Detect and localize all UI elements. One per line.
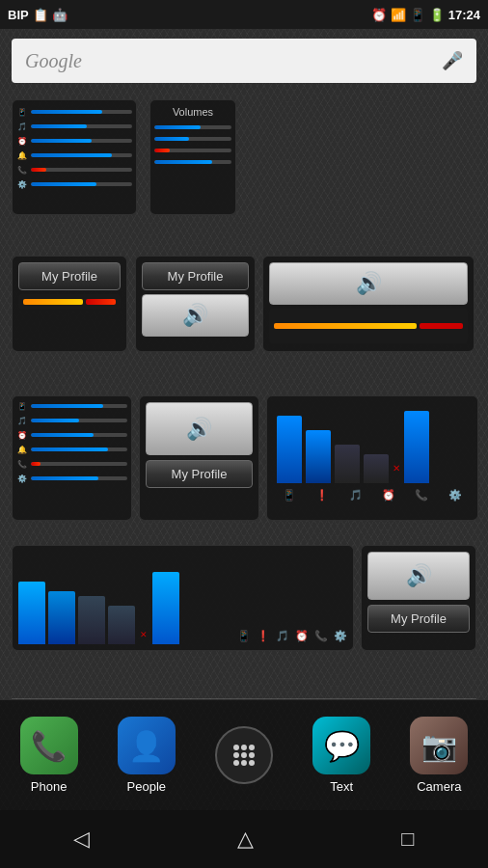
phone-icon-glyph: 📞: [31, 729, 67, 763]
vlabel-track-2[interactable]: [154, 137, 231, 141]
text-app-label: Text: [330, 779, 353, 794]
search-bar[interactable]: Google 🎤: [12, 39, 476, 83]
camera-app-label: Camera: [417, 779, 461, 794]
my-profile-button-8[interactable]: My Profile: [367, 605, 470, 633]
bar-chart-icon-row: 📱 ❗ 🎵 ⏰ 📞 ⚙️: [273, 487, 472, 503]
recents-button[interactable]: □: [401, 827, 414, 852]
vol-track-5[interactable]: [31, 168, 132, 172]
vlabel-track-3[interactable]: [154, 149, 231, 152]
mpw3-inner: 🔊: [269, 262, 468, 345]
svg-point-8: [249, 760, 255, 766]
speaker-icon-8: 🔊: [406, 563, 432, 588]
med-track-5[interactable]: [31, 462, 127, 466]
med-vol-row-1: 📱: [16, 400, 127, 412]
wide-bars: ✕: [18, 567, 233, 644]
music-vol-icon: 🎵: [16, 122, 28, 131]
med-track-2[interactable]: [31, 419, 127, 422]
sound-button-3[interactable]: 🔊: [269, 262, 468, 305]
phone-app-icon: 📞: [20, 717, 78, 774]
vol-track-2[interactable]: [31, 124, 132, 128]
status-right: ⏰ 📶 📱 🔋 17:24: [371, 8, 480, 22]
svg-point-6: [233, 760, 239, 766]
my-profile-button-5[interactable]: My Profile: [146, 460, 253, 488]
status-bar: BIP 📋 🤖 ⏰ 📶 📱 🔋 17:24: [0, 0, 488, 29]
svg-point-0: [233, 745, 239, 750]
volume-widget-labeled: Volumes: [149, 99, 236, 215]
vol-track-6[interactable]: [31, 182, 132, 186]
vlabel-track-4[interactable]: [154, 160, 231, 164]
svg-point-7: [241, 760, 247, 766]
speaker-icon-5: 🔊: [186, 417, 212, 442]
vlabel-row-2: [154, 133, 231, 145]
med-track-1[interactable]: [31, 404, 127, 408]
bar-col-1: [277, 406, 302, 483]
vol-row-2: 🎵: [16, 121, 132, 132]
big-bar-chart: ✕: [273, 402, 472, 487]
phone-vol-icon: 📱: [16, 108, 28, 117]
vol-row-1: 📱: [16, 106, 132, 118]
med-vol-row-4: 🔔: [16, 444, 127, 455]
mic-icon[interactable]: 🎤: [442, 50, 463, 71]
vol-track-1[interactable]: [31, 110, 132, 114]
wifi-icon: 📶: [391, 8, 406, 22]
bar-2: [306, 430, 331, 483]
speaker-icon-2: 🔊: [182, 303, 208, 328]
vlabel-row-1: [154, 122, 231, 133]
home-button[interactable]: △: [237, 827, 254, 852]
my-profile-widget-1: My Profile: [12, 256, 127, 352]
vol-row-5: 📞: [16, 164, 132, 176]
vol-track-4[interactable]: [31, 153, 132, 157]
svg-point-1: [241, 745, 247, 750]
carrier-text: BIP: [8, 8, 29, 22]
med-gear-icon: ⚙️: [16, 475, 28, 483]
med-track-6[interactable]: [31, 476, 127, 480]
med-alarm-icon: ⏰: [16, 431, 28, 440]
svg-point-4: [241, 752, 247, 758]
dock-app-apps[interactable]: [215, 726, 273, 784]
dock-app-text[interactable]: 💬 Text: [312, 717, 370, 794]
vol-row-6: ⚙️: [16, 178, 132, 190]
svg-point-5: [249, 752, 255, 758]
vlabel-track-1[interactable]: [154, 125, 231, 129]
sound-button-2[interactable]: 🔊: [142, 294, 249, 337]
signal-icon: 📱: [410, 8, 425, 22]
wide-music-icon: 🎵: [276, 630, 289, 642]
dock-app-people[interactable]: 👤 People: [118, 717, 176, 794]
my-profile-button-1[interactable]: My Profile: [18, 262, 121, 290]
bar-3: [335, 445, 360, 483]
bar-5: [404, 411, 429, 483]
android-nav-bar: ◁ △ □: [0, 810, 488, 868]
back-button[interactable]: ◁: [73, 827, 90, 852]
med-track-4[interactable]: [31, 448, 127, 451]
clock-icon: ⏰: [371, 8, 387, 22]
my-profile-button-2[interactable]: My Profile: [142, 262, 249, 290]
bar-chart-widget: ✕ 📱 ❗ 🎵 ⏰ 📞 ⚙️: [266, 395, 478, 521]
camera-icon-glyph: 📷: [421, 729, 457, 763]
wide-call-icon: 📞: [314, 630, 328, 642]
sound-button-8[interactable]: 🔊: [367, 552, 470, 600]
wbar-4: [108, 606, 135, 644]
vol-track-3[interactable]: [31, 139, 132, 143]
my-profile-widget-2: My Profile 🔊: [135, 256, 256, 352]
my-profile-widget-3: 🔊: [262, 256, 474, 352]
bar-warn-icon: ❗: [315, 489, 329, 502]
wbar-x: ✕: [138, 630, 149, 639]
bar-x-mark: ✕: [393, 463, 400, 474]
med-track-3[interactable]: [31, 433, 127, 437]
camera-app-icon: 📷: [410, 717, 468, 774]
bar-col-2: [306, 406, 331, 483]
med-vol-row-5: 📞: [16, 458, 127, 470]
bar-alarm-icon: ⏰: [382, 489, 395, 502]
vol-row-4: 🔔: [16, 149, 132, 161]
sim-icon: 📋: [33, 8, 48, 22]
apps-grid-icon: [229, 740, 259, 771]
my-profile-widget-5: 🔊 My Profile: [139, 395, 259, 521]
bar-4: [364, 454, 389, 483]
my-profile-widget-8: 🔊 My Profile: [361, 545, 476, 651]
bar-call-icon: 📞: [415, 489, 428, 502]
bar-gear-icon: ⚙️: [448, 489, 462, 502]
vlabel-row-4: [154, 156, 231, 168]
dock-app-camera[interactable]: 📷 Camera: [410, 717, 468, 794]
sound-button-5[interactable]: 🔊: [146, 402, 253, 455]
dock-app-phone[interactable]: 📞 Phone: [20, 717, 78, 794]
